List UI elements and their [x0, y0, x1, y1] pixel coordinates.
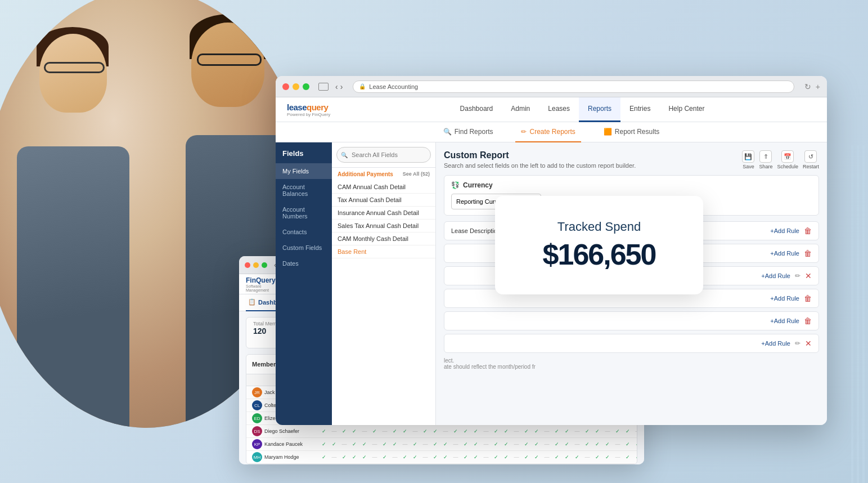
rule-actions-6: +Add Rule ✏ ✕	[761, 339, 812, 348]
member-maryam: MH Maryam Hodge	[252, 452, 320, 462]
toolbar-actions: 💾 Save ⇑ Share 📅 Schedule ↺ Restart	[742, 150, 819, 169]
fields-sidebar-title: Fields	[276, 149, 332, 163]
fields-custom-fields[interactable]: Custom Fields	[276, 240, 332, 256]
matrix-cells-maryam: ✓ — ✓ ✓ ✓ — ✓ — ✓ ✓ — ✓ ✓ — ✓ ✓ —	[320, 453, 637, 462]
fields-contacts[interactable]: Contacts	[276, 224, 332, 240]
app-header: leasequery Powered by FinQuery Dashboard…	[276, 97, 827, 122]
fields-sidebar: Fields My Fields Account Balances Accoun…	[276, 142, 332, 425]
rule-actions-1: +Add Rule 🗑	[770, 226, 812, 235]
nav-reports[interactable]: Reports	[579, 97, 620, 122]
address-text: Lease Accounting	[369, 83, 418, 90]
field-list-panel: Additional Payments See All (52) CAM Ann…	[332, 142, 436, 425]
see-all-link[interactable]: See All (52)	[403, 171, 430, 177]
add-rule-btn-4[interactable]: +Add Rule	[770, 295, 799, 302]
x-rule-btn-3[interactable]: ✕	[805, 271, 812, 280]
field-sales-tax[interactable]: Sales Tax Annual Cash Detail	[332, 220, 435, 232]
minimize-button[interactable]	[253, 262, 259, 268]
search-subnav-icon: 🔍	[443, 128, 452, 136]
matrix-cells-diego: ✓ — ✓ ✓ — ✓ — ✓ ✓ — ✓ ✓ — ✓ ✓ ✓ —	[320, 427, 637, 436]
app-logo: leasequery Powered by FinQuery	[287, 102, 349, 117]
field-cam-monthly[interactable]: CAM Monthly Cash Detail	[332, 232, 435, 245]
field-cam-annual[interactable]: CAM Annual Cash Detail	[332, 181, 435, 194]
close-button[interactable]	[245, 262, 250, 268]
nav-dashboard[interactable]: Dashboard	[451, 97, 502, 122]
report-builder-title: Custom Report	[444, 150, 636, 160]
dashboard-tab-icon: 📋	[248, 298, 256, 306]
fields-my-fields[interactable]: My Fields	[276, 163, 332, 179]
delete-rule-btn-2[interactable]: 🗑	[804, 249, 812, 258]
search-wrapper	[336, 147, 431, 163]
finquery-logo: FinQuery SoftwareManagement	[246, 276, 280, 292]
currency-icon: 💱	[451, 181, 460, 189]
restart-button[interactable]: ↺ Restart	[803, 150, 819, 169]
avatar-diego: DS	[252, 426, 262, 436]
delete-rule-btn-1[interactable]: 🗑	[804, 226, 812, 235]
avatar-jack: JR	[252, 387, 262, 397]
bottom-note: lect. ate should reflect the month/perio…	[444, 357, 819, 370]
forward-arrow-icon[interactable]: ›	[340, 82, 343, 91]
spend-label: Tracked Spend	[557, 220, 641, 234]
nav-help-center[interactable]: Help Center	[659, 97, 713, 122]
rule-actions-5: +Add Rule 🗑	[770, 316, 812, 325]
fields-account-balances[interactable]: Account Balances	[276, 179, 332, 202]
avatar-colten: CL	[252, 400, 262, 410]
x-rule-btn-6[interactable]: ✕	[805, 339, 812, 348]
search-all-fields-input[interactable]	[336, 147, 431, 163]
browser-tabs-icon	[318, 83, 329, 91]
maximize-traffic-light[interactable]	[303, 83, 309, 90]
browser-titlebar: ‹ › 🔒 Lease Accounting ↻ +	[276, 76, 827, 97]
add-rule-btn-6[interactable]: +Add Rule	[761, 340, 790, 347]
subnav-find-reports[interactable]: 🔍 Find Reports	[438, 122, 499, 142]
avatar-elize: ED	[252, 413, 262, 423]
reload-icon[interactable]: ↻	[804, 82, 811, 91]
member-kandace: KP Kandace Paucek	[252, 439, 320, 449]
tracked-spend-card: Tracked Spend $166,650	[495, 196, 703, 294]
delete-rule-btn-5[interactable]: 🗑	[804, 316, 812, 325]
schedule-button[interactable]: 📅 Schedule	[777, 150, 798, 169]
back-arrow-icon[interactable]: ‹	[335, 82, 338, 91]
matrix-row-kandace: KP Kandace Paucek ✓ ✓ — ✓ ✓ — ✓ ✓ — ✓ — …	[246, 438, 637, 451]
nav-leases[interactable]: Leases	[539, 97, 579, 122]
maximize-button[interactable]	[262, 262, 267, 268]
address-bar[interactable]: 🔒 Lease Accounting	[353, 80, 794, 93]
delete-rule-btn-4[interactable]: 🗑	[804, 294, 812, 303]
traffic-lights	[282, 83, 309, 90]
close-traffic-light[interactable]	[282, 83, 289, 90]
main-nav: Dashboard Admin Leases Reports Entries H…	[349, 97, 816, 122]
add-rule-btn-3[interactable]: +Add Rule	[761, 272, 790, 279]
subnav-create-reports[interactable]: ✏ Create Reports	[515, 122, 581, 142]
add-rule-btn-1[interactable]: +Add Rule	[770, 227, 799, 234]
avatar-maryam: MH	[252, 452, 262, 462]
subnav-report-results[interactable]: 🟧 Report Results	[598, 122, 665, 142]
add-tab-icon[interactable]: +	[816, 82, 820, 91]
rule-row-5: +Add Rule 🗑	[444, 311, 819, 330]
save-button[interactable]: 💾 Save	[742, 150, 754, 169]
browser-actions: ↻ +	[804, 82, 820, 91]
reports-sub-nav: 🔍 Find Reports ✏ Create Reports 🟧 Report…	[276, 122, 827, 142]
matrix-row-maryam: MH Maryam Hodge ✓ — ✓ ✓ ✓ — ✓ — ✓ ✓ — ✓ …	[246, 451, 637, 464]
schedule-icon: 📅	[781, 150, 794, 163]
minimize-traffic-light[interactable]	[293, 83, 299, 90]
add-rule-btn-5[interactable]: +Add Rule	[770, 317, 799, 324]
edit-rule-btn-6[interactable]: ✏	[795, 339, 800, 347]
logo-text: FinQuery	[246, 276, 280, 284]
logo-subtitle: SoftwareManagement	[246, 284, 280, 292]
nav-entries[interactable]: Entries	[620, 97, 659, 122]
matrix-row-diego: DS Diego Schaefer ✓ — ✓ ✓ — ✓ — ✓ ✓ — ✓ …	[246, 425, 637, 438]
edit-rule-btn-3[interactable]: ✏	[795, 272, 800, 280]
rule-row-6: +Add Rule ✏ ✕	[444, 334, 819, 353]
report-builder-header: Custom Report Search and select fields o…	[444, 150, 819, 169]
fields-dates[interactable]: Dates	[276, 256, 332, 271]
field-section-header: Additional Payments See All (52)	[332, 168, 435, 181]
share-button[interactable]: ⇑ Share	[759, 150, 772, 169]
nav-arrows: ‹ ›	[335, 82, 343, 91]
avatar-kandace: KP	[252, 439, 262, 449]
field-base-rent[interactable]: Base Rent	[332, 245, 435, 258]
matrix-cells-kandace: ✓ ✓ — ✓ ✓ — ✓ ✓ — ✓ — ✓ ✓ — ✓ ✓ —	[320, 440, 637, 449]
share-icon: ⇑	[759, 150, 772, 163]
fields-account-numbers[interactable]: Account Numbers	[276, 202, 332, 224]
field-insurance-annual[interactable]: Insurance Annual Cash Detail	[332, 207, 435, 220]
nav-admin[interactable]: Admin	[502, 97, 539, 122]
field-tax-annual[interactable]: Tax Annual Cash Detail	[332, 194, 435, 207]
add-rule-btn-2[interactable]: +Add Rule	[770, 250, 799, 257]
